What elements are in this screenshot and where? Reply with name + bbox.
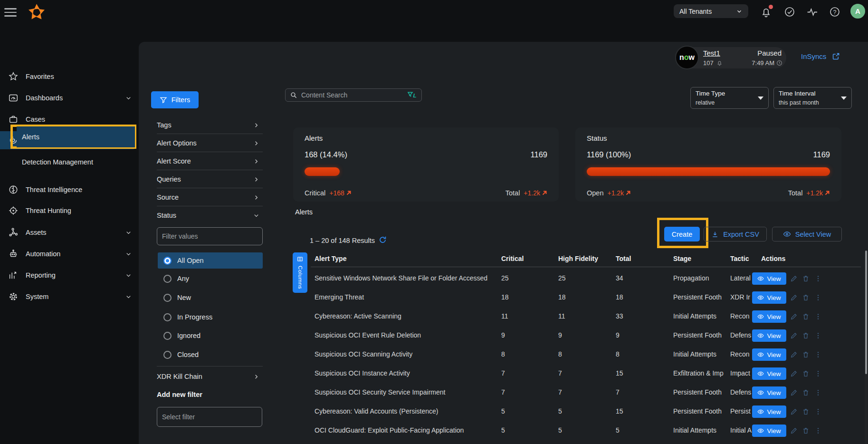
sidebar-item-dashboards[interactable]: Dashboards [0,89,139,107]
status-option-in-progress[interactable]: In Progress [158,309,263,325]
more-kebab-icon[interactable] [814,427,822,434]
filters-button[interactable]: Filters [151,91,199,108]
table-scrollbar-thumb[interactable] [865,251,867,374]
sidebar-item-threat-hunting[interactable]: Threat Hunting [0,202,139,220]
header-alert-type[interactable]: Alert Type [315,255,346,262]
select-view-button[interactable]: Select View [772,227,842,241]
header-critical[interactable]: Critical [501,255,524,262]
external-link-icon[interactable] [832,52,840,60]
filter-group-source[interactable]: Source [157,188,263,206]
filter-values-input[interactable] [157,227,263,245]
edit-pencil-icon[interactable] [790,370,798,377]
insyncs-link[interactable]: InSyncs [801,52,826,60]
status-option-ignored[interactable]: Ignored [158,328,263,344]
header-tactic[interactable]: Tactic [730,255,749,262]
view-button[interactable]: View [752,405,786,418]
filter-group-alert-score[interactable]: Alert Score [157,152,263,170]
view-button[interactable]: View [752,310,786,323]
edit-pencil-icon[interactable] [790,408,798,415]
delete-trash-icon[interactable] [802,275,810,282]
check-circle-icon[interactable] [784,6,795,18]
edit-pencil-icon[interactable] [790,294,798,301]
sidebar-item-cases[interactable]: Cases [0,110,139,128]
more-kebab-icon[interactable] [814,351,822,358]
status-option-closed[interactable]: Closed [158,347,263,363]
more-kebab-icon[interactable] [814,294,822,301]
view-button[interactable]: View [752,348,786,361]
more-kebab-icon[interactable] [814,275,822,282]
delete-trash-icon[interactable] [802,313,810,320]
view-button[interactable]: View [752,367,786,380]
table-row[interactable]: Suspicious OCI Security Service Impairme… [311,383,862,402]
more-kebab-icon[interactable] [814,332,822,339]
create-button[interactable]: Create [664,227,700,241]
view-button[interactable]: View [752,329,786,342]
more-kebab-icon[interactable] [814,408,822,415]
time-interval-select[interactable]: Time Interval this past month [773,87,852,109]
edit-pencil-icon[interactable] [790,389,798,396]
sidebar-item-reporting[interactable]: Reporting [0,266,139,284]
table-row[interactable]: Suspicious OCI Instance Activity 7 7 15 … [311,364,862,383]
delete-trash-icon[interactable] [802,332,810,339]
delete-trash-icon[interactable] [802,408,810,415]
table-row[interactable]: Suspicious OCI Event Rule Deletion 9 9 9… [311,326,862,345]
delete-trash-icon[interactable] [802,370,810,377]
export-csv-button[interactable]: Export CSV [704,227,767,241]
refresh-icon[interactable] [378,235,387,244]
edit-pencil-icon[interactable] [790,427,798,434]
tenant-selector[interactable]: All Tenants [674,4,748,18]
select-filter-input[interactable] [157,407,262,427]
status-option-new[interactable]: New [158,290,263,306]
time-type-select[interactable]: Time Type relative [690,87,769,109]
status-option-all-open[interactable]: All Open [158,252,263,269]
view-button[interactable]: View [752,272,786,285]
hamburger-menu-icon[interactable] [4,8,17,17]
sidebar-item-detection-management[interactable]: Detection Management [0,153,139,171]
more-kebab-icon[interactable] [814,370,822,377]
sidebar-item-alerts[interactable]: Alerts [17,126,135,147]
edit-pencil-icon[interactable] [790,275,798,282]
filter-group-alert-options[interactable]: Alert Options [157,134,263,152]
more-kebab-icon[interactable] [814,313,822,320]
header-total[interactable]: Total [616,255,631,262]
status-option-any[interactable]: Any [158,270,263,287]
table-row[interactable]: Emerging Threat 18 18 18 Persistent Foot… [311,288,862,307]
content-search-input[interactable] [301,91,404,99]
table-row[interactable]: Cybereason: Active Scanning 11 11 33 Ini… [311,307,862,326]
filter-group-xdr-kill-chain[interactable]: XDR Kill Chain [157,367,263,386]
user-avatar[interactable]: A [850,4,865,19]
view-button[interactable]: View [752,386,786,399]
delete-trash-icon[interactable] [802,351,810,358]
table-scrollbar-track[interactable] [865,251,868,444]
activity-pulse-icon[interactable] [806,6,818,18]
content-search-box[interactable]: L [285,88,422,102]
more-kebab-icon[interactable] [814,389,822,396]
header-high-fidelity[interactable]: High Fidelity [558,255,598,262]
query-syntax-toggle-icon[interactable]: L [408,91,417,99]
delete-trash-icon[interactable] [802,427,810,434]
select-filter-field[interactable] [157,407,262,427]
edit-pencil-icon[interactable] [790,313,798,320]
view-button[interactable]: View [752,425,786,437]
delete-trash-icon[interactable] [802,389,810,396]
delete-trash-icon[interactable] [802,294,810,301]
edit-pencil-icon[interactable] [790,332,798,339]
sidebar-item-favorites[interactable]: Favorites [0,68,139,86]
sidebar-item-system[interactable]: System [0,288,139,306]
status-filter-values-field[interactable] [157,227,263,245]
sync-name-link[interactable]: Test1 [703,49,720,57]
table-row[interactable]: OCI CloudGuard: Exploit Public-Facing Ap… [311,421,862,440]
table-row[interactable]: Cybereason: Valid Accounts (Persistence)… [311,402,862,421]
sidebar-item-assets[interactable]: Assets [0,223,139,241]
filter-group-queries[interactable]: Queries [157,170,263,188]
help-icon[interactable]: ? [829,6,840,18]
header-stage[interactable]: Stage [673,255,691,262]
table-row[interactable]: Sensitive Windows Network Share File or … [311,269,862,288]
columns-button[interactable]: Columns [293,252,307,293]
sidebar-item-threat-intelligence[interactable]: Threat Intelligence [0,181,139,199]
table-row[interactable]: Suspicious OCI Scanning Activity 8 8 8 I… [311,345,862,364]
filter-group-status[interactable]: Status [157,206,263,224]
edit-pencil-icon[interactable] [790,351,798,358]
view-button[interactable]: View [752,291,786,304]
sidebar-item-automation[interactable]: Automation [0,245,139,263]
